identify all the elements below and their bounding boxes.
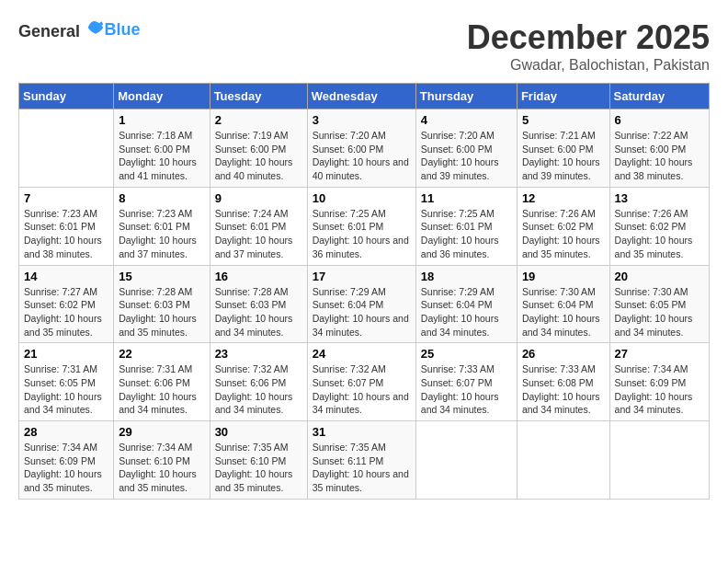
day-cell: [415, 421, 517, 500]
day-number: 21: [24, 347, 108, 361]
day-info: Sunrise: 7:34 AMSunset: 6:09 PMDaylight:…: [615, 362, 704, 417]
day-cell: 28Sunrise: 7:34 AMSunset: 6:09 PMDayligh…: [19, 421, 114, 500]
day-number: 16: [215, 270, 302, 283]
day-cell: 30Sunrise: 7:35 AMSunset: 6:10 PMDayligh…: [210, 421, 307, 500]
day-info: Sunrise: 7:33 AMSunset: 6:08 PMDaylight:…: [522, 362, 605, 417]
day-cell: 8Sunrise: 7:23 AMSunset: 6:01 PMDaylight…: [114, 187, 210, 265]
day-cell: 3Sunrise: 7:20 AMSunset: 6:00 PMDaylight…: [307, 109, 415, 188]
day-info: Sunrise: 7:20 AMSunset: 6:00 PMDaylight:…: [421, 129, 512, 183]
day-cell: 18Sunrise: 7:29 AMSunset: 6:04 PMDayligh…: [415, 265, 517, 343]
day-number: 18: [421, 270, 512, 283]
day-info: Sunrise: 7:34 AMSunset: 6:09 PMDaylight:…: [24, 441, 108, 495]
day-number: 3: [313, 113, 411, 127]
header: General Blue December 2025 Gwadar, Baloc…: [18, 18, 710, 74]
day-number: 22: [119, 347, 204, 361]
day-number: 15: [119, 270, 204, 283]
day-info: Sunrise: 7:31 AMSunset: 6:06 PMDaylight:…: [119, 362, 204, 417]
day-info: Sunrise: 7:24 AMSunset: 6:01 PMDaylight:…: [215, 207, 302, 261]
day-info: Sunrise: 7:30 AMSunset: 6:04 PMDaylight:…: [522, 285, 605, 339]
day-cell: 23Sunrise: 7:32 AMSunset: 6:06 PMDayligh…: [210, 343, 307, 421]
logo-icon: [86, 18, 105, 37]
day-cell: 25Sunrise: 7:33 AMSunset: 6:07 PMDayligh…: [415, 343, 517, 421]
day-number: 17: [313, 270, 411, 283]
day-cell: 16Sunrise: 7:28 AMSunset: 6:03 PMDayligh…: [210, 265, 307, 343]
title-area: December 2025 Gwadar, Balochistan, Pakis…: [467, 18, 710, 74]
header-cell-friday: Friday: [517, 84, 609, 109]
day-number: 10: [313, 191, 411, 205]
header-cell-tuesday: Tuesday: [210, 84, 307, 109]
day-number: 25: [421, 347, 512, 361]
calendar-table: SundayMondayTuesdayWednesdayThursdayFrid…: [18, 83, 710, 500]
week-row-1: 1Sunrise: 7:18 AMSunset: 6:00 PMDaylight…: [19, 109, 710, 188]
logo-text-general: General: [18, 22, 80, 40]
day-info: Sunrise: 7:25 AMSunset: 6:01 PMDaylight:…: [421, 207, 512, 261]
subtitle: Gwadar, Balochistan, Pakistan: [467, 57, 710, 74]
day-info: Sunrise: 7:21 AMSunset: 6:00 PMDaylight:…: [522, 129, 605, 183]
day-info: Sunrise: 7:34 AMSunset: 6:10 PMDaylight:…: [119, 441, 204, 495]
day-info: Sunrise: 7:30 AMSunset: 6:05 PMDaylight:…: [615, 285, 704, 339]
header-cell-monday: Monday: [114, 84, 210, 109]
day-cell: 6Sunrise: 7:22 AMSunset: 6:00 PMDaylight…: [609, 109, 709, 188]
day-number: 1: [119, 113, 204, 127]
day-cell: 21Sunrise: 7:31 AMSunset: 6:05 PMDayligh…: [19, 343, 114, 421]
day-cell: 19Sunrise: 7:30 AMSunset: 6:04 PMDayligh…: [517, 265, 609, 343]
logo: General Blue: [18, 18, 141, 41]
logo-text-blue: Blue: [105, 20, 141, 39]
day-info: Sunrise: 7:35 AMSunset: 6:10 PMDaylight:…: [215, 441, 302, 495]
day-info: Sunrise: 7:23 AMSunset: 6:01 PMDaylight:…: [119, 207, 204, 261]
day-number: 30: [215, 425, 302, 439]
day-info: Sunrise: 7:26 AMSunset: 6:02 PMDaylight:…: [522, 207, 605, 261]
day-cell: 17Sunrise: 7:29 AMSunset: 6:04 PMDayligh…: [307, 265, 415, 343]
day-info: Sunrise: 7:32 AMSunset: 6:06 PMDaylight:…: [215, 362, 302, 417]
day-cell: 4Sunrise: 7:20 AMSunset: 6:00 PMDaylight…: [415, 109, 517, 188]
day-info: Sunrise: 7:20 AMSunset: 6:00 PMDaylight:…: [313, 129, 411, 183]
day-number: 9: [215, 191, 302, 205]
day-cell: 5Sunrise: 7:21 AMSunset: 6:00 PMDaylight…: [517, 109, 609, 188]
day-number: 4: [421, 113, 512, 127]
header-cell-saturday: Saturday: [609, 84, 709, 109]
day-number: 14: [24, 270, 108, 283]
week-row-2: 7Sunrise: 7:23 AMSunset: 6:01 PMDaylight…: [19, 187, 710, 265]
day-info: Sunrise: 7:18 AMSunset: 6:00 PMDaylight:…: [119, 129, 204, 183]
week-row-4: 21Sunrise: 7:31 AMSunset: 6:05 PMDayligh…: [19, 343, 710, 421]
day-cell: [609, 421, 709, 500]
day-info: Sunrise: 7:23 AMSunset: 6:01 PMDaylight:…: [24, 207, 108, 261]
day-cell: 27Sunrise: 7:34 AMSunset: 6:09 PMDayligh…: [609, 343, 709, 421]
day-info: Sunrise: 7:19 AMSunset: 6:00 PMDaylight:…: [215, 129, 302, 183]
day-number: 23: [215, 347, 302, 361]
day-info: Sunrise: 7:26 AMSunset: 6:02 PMDaylight:…: [615, 207, 704, 261]
day-cell: 26Sunrise: 7:33 AMSunset: 6:08 PMDayligh…: [517, 343, 609, 421]
day-info: Sunrise: 7:25 AMSunset: 6:01 PMDaylight:…: [313, 207, 411, 261]
day-cell: 29Sunrise: 7:34 AMSunset: 6:10 PMDayligh…: [114, 421, 210, 500]
day-number: 19: [522, 270, 605, 283]
day-info: Sunrise: 7:28 AMSunset: 6:03 PMDaylight:…: [119, 285, 204, 339]
day-number: 31: [313, 425, 411, 439]
day-number: 28: [24, 425, 108, 439]
day-cell: 13Sunrise: 7:26 AMSunset: 6:02 PMDayligh…: [609, 187, 709, 265]
header-cell-thursday: Thursday: [415, 84, 517, 109]
header-cell-wednesday: Wednesday: [307, 84, 415, 109]
header-cell-sunday: Sunday: [19, 84, 114, 109]
day-info: Sunrise: 7:31 AMSunset: 6:05 PMDaylight:…: [24, 362, 108, 417]
week-row-3: 14Sunrise: 7:27 AMSunset: 6:02 PMDayligh…: [19, 265, 710, 343]
day-number: 11: [421, 191, 512, 205]
day-cell: [517, 421, 609, 500]
day-number: 29: [119, 425, 204, 439]
day-cell: 2Sunrise: 7:19 AMSunset: 6:00 PMDaylight…: [210, 109, 307, 188]
day-cell: 9Sunrise: 7:24 AMSunset: 6:01 PMDaylight…: [210, 187, 307, 265]
day-cell: 1Sunrise: 7:18 AMSunset: 6:00 PMDaylight…: [114, 109, 210, 188]
day-cell: 10Sunrise: 7:25 AMSunset: 6:01 PMDayligh…: [307, 187, 415, 265]
day-number: 27: [615, 347, 704, 361]
day-info: Sunrise: 7:29 AMSunset: 6:04 PMDaylight:…: [421, 285, 512, 339]
day-number: 12: [522, 191, 605, 205]
header-row: SundayMondayTuesdayWednesdayThursdayFrid…: [19, 84, 710, 109]
day-info: Sunrise: 7:29 AMSunset: 6:04 PMDaylight:…: [313, 285, 411, 339]
day-cell: 11Sunrise: 7:25 AMSunset: 6:01 PMDayligh…: [415, 187, 517, 265]
day-number: 13: [615, 191, 704, 205]
day-number: 24: [313, 347, 411, 361]
day-info: Sunrise: 7:28 AMSunset: 6:03 PMDaylight:…: [215, 285, 302, 339]
day-info: Sunrise: 7:32 AMSunset: 6:07 PMDaylight:…: [313, 362, 411, 417]
day-info: Sunrise: 7:27 AMSunset: 6:02 PMDaylight:…: [24, 285, 108, 339]
day-number: 7: [24, 191, 108, 205]
day-number: 8: [119, 191, 204, 205]
